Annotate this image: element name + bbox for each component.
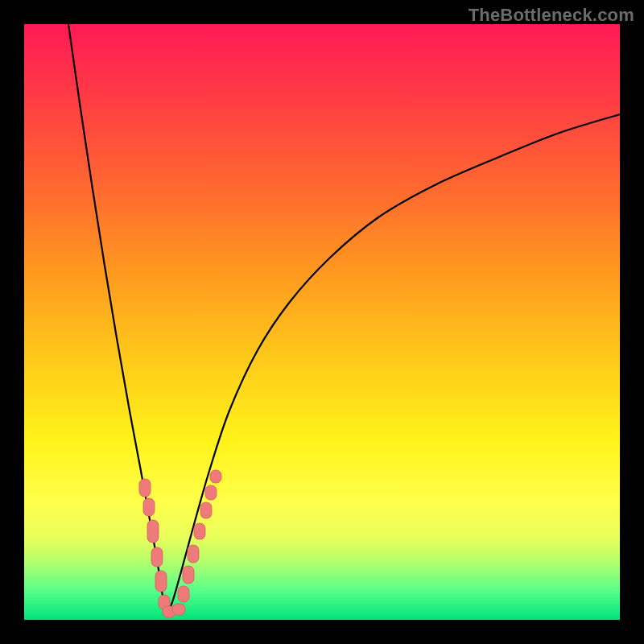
data-marker <box>183 566 194 584</box>
data-marker <box>172 604 185 615</box>
data-marker <box>155 571 167 592</box>
data-marker <box>147 520 159 543</box>
data-marker <box>194 523 205 539</box>
data-markers <box>139 470 221 617</box>
data-marker <box>139 479 151 497</box>
data-marker <box>210 470 221 483</box>
watermark-text: TheBottleneck.com <box>469 5 634 26</box>
data-marker <box>143 498 155 516</box>
chart-frame: TheBottleneck.com <box>0 0 644 644</box>
data-marker <box>151 547 163 567</box>
curve-layer <box>24 24 620 620</box>
data-marker <box>188 545 199 563</box>
data-marker <box>178 586 189 602</box>
data-marker <box>205 485 217 500</box>
right-curve <box>167 114 620 614</box>
data-marker <box>200 502 212 518</box>
